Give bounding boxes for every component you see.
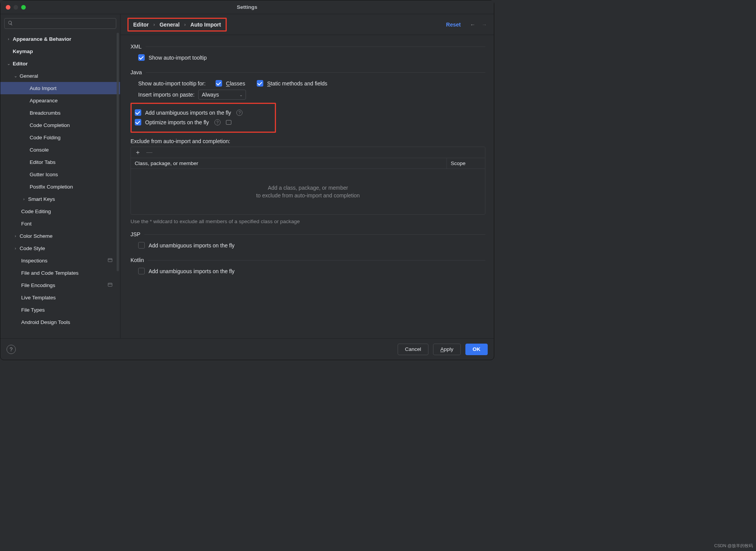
- sidebar-item-code-style[interactable]: ›Code Style: [0, 242, 120, 254]
- sidebar-item-label: Code Completion: [29, 122, 70, 128]
- help-icon[interactable]: ?: [214, 119, 221, 125]
- scope-icon: [108, 258, 112, 264]
- classes-checkbox[interactable]: [216, 80, 222, 87]
- sidebar-item-code-folding[interactable]: Code Folding: [0, 131, 120, 144]
- static-label: Static methods and fields: [267, 80, 327, 87]
- breadcrumb-editor[interactable]: Editor: [133, 22, 149, 28]
- sidebar-item-label: Auto Import: [29, 85, 57, 91]
- cancel-button[interactable]: Cancel: [398, 344, 428, 355]
- sidebar-item-font[interactable]: Font: [0, 217, 120, 230]
- checkbox-icon[interactable]: [135, 119, 141, 125]
- sidebar-item-breadcrumbs[interactable]: Breadcrumbs: [0, 107, 120, 119]
- sidebar-item-label: Keymap: [12, 48, 33, 54]
- back-arrow-icon[interactable]: ←: [470, 22, 475, 28]
- chevron-down-icon: ⌄: [239, 93, 243, 97]
- sidebar-item-label: Gutter Icons: [29, 172, 58, 177]
- titlebar: Settings: [0, 0, 494, 14]
- sidebar-item-label: Inspections: [20, 258, 47, 264]
- exclude-table: ＋ — Class, package, or member Scope Add …: [130, 147, 485, 215]
- section-label: Java: [130, 69, 142, 75]
- search-input[interactable]: [4, 18, 116, 29]
- checkbox-icon[interactable]: [135, 109, 141, 116]
- sidebar-item-postfix-completion[interactable]: Postfix Completion: [0, 180, 120, 193]
- search-field[interactable]: [15, 21, 113, 27]
- exclude-empty: Add a class, package, or member to exclu…: [131, 169, 485, 214]
- checkbox-label: Add unambiguous imports on the fly: [149, 242, 234, 249]
- add-button[interactable]: ＋: [135, 149, 141, 155]
- checkbox-icon[interactable]: [138, 54, 145, 61]
- add-unambiguous-checkbox[interactable]: Add unambiguous imports on the fly ?: [135, 109, 272, 116]
- kotlin-add-unambiguous-checkbox[interactable]: Add unambiguous imports on the fly: [138, 268, 485, 274]
- insert-imports-row: Insert imports on paste: Always ⌄: [138, 90, 485, 100]
- sidebar-item-label: Console: [29, 147, 49, 153]
- forward-arrow-icon: →: [482, 22, 487, 28]
- footer: ? Cancel Apply OK: [0, 338, 494, 360]
- topbar: Editor › General › Auto Import Reset ← →: [120, 14, 494, 35]
- breadcrumb-general[interactable]: General: [159, 22, 179, 28]
- settings-tree[interactable]: ›Appearance & Behavior Keymap ⌄Editor ⌄G…: [0, 31, 120, 338]
- sidebar-item-keymap[interactable]: Keymap: [0, 45, 120, 57]
- breadcrumb-auto-import[interactable]: Auto Import: [191, 22, 221, 28]
- sidebar-item-inspections[interactable]: Inspections: [0, 254, 120, 267]
- optimize-imports-checkbox[interactable]: Optimize imports on the fly ?: [135, 119, 272, 125]
- sidebar-item-appearance-behavior[interactable]: ›Appearance & Behavior: [0, 33, 120, 45]
- help-button[interactable]: ?: [7, 345, 16, 354]
- field-label: Insert imports on paste:: [138, 92, 194, 98]
- help-icon[interactable]: ?: [236, 110, 243, 116]
- sidebar-item-color-scheme[interactable]: ›Color Scheme: [0, 230, 120, 242]
- sidebar-item-label: File Encodings: [20, 282, 55, 288]
- sidebar-item-label: Live Templates: [20, 295, 56, 301]
- scope-icon: [108, 282, 112, 288]
- chevron-right-icon: ›: [153, 22, 155, 27]
- jsp-add-unambiguous-checkbox[interactable]: Add unambiguous imports on the fly: [138, 242, 485, 249]
- checkbox-label: Show auto-import tooltip: [149, 55, 207, 61]
- chevron-right-icon: ›: [12, 234, 19, 238]
- empty-line-2: to exclude from auto-import and completi…: [256, 192, 360, 199]
- sidebar-item-editor-tabs[interactable]: Editor Tabs: [0, 156, 120, 168]
- insert-imports-select[interactable]: Always ⌄: [198, 90, 246, 100]
- chevron-right-icon: ›: [184, 22, 186, 27]
- sidebar-item-smart-keys[interactable]: ›Smart Keys: [0, 193, 120, 205]
- sidebar-item-gutter-icons[interactable]: Gutter Icons: [0, 168, 120, 180]
- sidebar-item-file-code-templates[interactable]: File and Code Templates: [0, 267, 120, 279]
- content[interactable]: XML Show auto-import tooltip Java Show a…: [120, 35, 494, 338]
- sidebar-item-label: Android Design Tools: [20, 319, 70, 325]
- reset-button[interactable]: Reset: [446, 22, 461, 28]
- sidebar-item-label: Breadcrumbs: [29, 110, 60, 116]
- checkbox-icon[interactable]: [138, 268, 145, 274]
- breadcrumb: Editor › General › Auto Import: [127, 18, 227, 32]
- sidebar-item-appearance[interactable]: Appearance: [0, 94, 120, 107]
- exclude-header: Class, package, or member Scope: [131, 158, 485, 169]
- sidebar-item-code-completion[interactable]: Code Completion: [0, 119, 120, 131]
- section-label: Kotlin: [130, 257, 144, 263]
- sidebar-item-code-editing[interactable]: Code Editing: [0, 205, 120, 217]
- sidebar-item-android-design-tools[interactable]: Android Design Tools: [0, 316, 120, 328]
- checkbox-icon[interactable]: [138, 242, 145, 249]
- chevron-down-icon: ⌄: [5, 61, 12, 66]
- apply-button[interactable]: Apply: [433, 344, 461, 355]
- sidebar-item-live-templates[interactable]: Live Templates: [0, 291, 120, 304]
- section-jsp: JSP: [130, 231, 485, 237]
- sidebar-item-label: Font: [20, 221, 32, 227]
- sidebar-item-auto-import[interactable]: Auto Import: [0, 82, 120, 94]
- chevron-right-icon: ›: [5, 37, 12, 41]
- sidebar-item-label: File and Code Templates: [20, 270, 79, 276]
- highlighted-options: Add unambiguous imports on the fly ? Opt…: [130, 103, 276, 133]
- xml-show-tooltip-checkbox[interactable]: Show auto-import tooltip: [138, 54, 485, 61]
- static-checkbox[interactable]: [257, 80, 263, 87]
- chevron-right-icon: ›: [20, 197, 27, 201]
- sidebar-scrollbar[interactable]: [117, 33, 119, 271]
- sidebar-item-label: Color Scheme: [19, 233, 53, 239]
- select-value: Always: [202, 92, 219, 98]
- ok-button[interactable]: OK: [465, 344, 488, 355]
- exclude-toolbar: ＋ —: [131, 147, 485, 158]
- search-icon: [8, 20, 13, 27]
- sidebar-item-file-encodings[interactable]: File Encodings: [0, 279, 120, 291]
- sidebar-item-file-types[interactable]: File Types: [0, 304, 120, 316]
- column-class: Class, package, or member: [131, 158, 447, 169]
- wildcard-hint: Use the * wildcard to exclude all member…: [130, 219, 485, 224]
- sidebar-item-general[interactable]: ⌄General: [0, 70, 120, 82]
- sidebar-item-editor[interactable]: ⌄Editor: [0, 57, 120, 70]
- checkbox-label: Add unambiguous imports on the fly: [149, 268, 234, 274]
- sidebar-item-console[interactable]: Console: [0, 144, 120, 156]
